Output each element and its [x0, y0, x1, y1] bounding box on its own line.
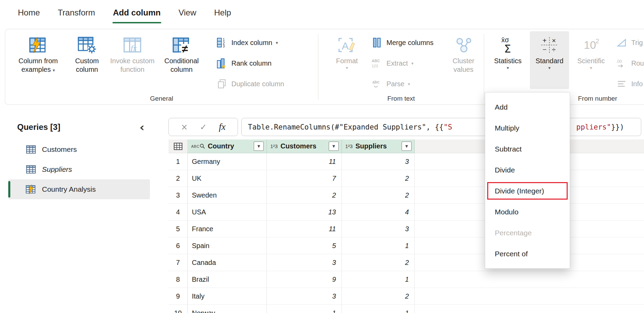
- cell-suppliers[interactable]: 2: [342, 254, 415, 271]
- column-name: Customers: [281, 142, 316, 150]
- conditional-column-button[interactable]: ≠ Conditional column: [160, 31, 203, 89]
- row-number[interactable]: 2: [168, 170, 188, 187]
- rounding-button: .00 Rou: [615, 55, 644, 71]
- collapse-pane-icon[interactable]: ‹: [140, 123, 144, 131]
- table-icon: [25, 145, 36, 154]
- cell-suppliers[interactable]: 2: [342, 170, 415, 187]
- cell-suppliers[interactable]: 4: [342, 204, 415, 220]
- custom-column-button[interactable]: Custom column: [69, 31, 105, 89]
- row-number[interactable]: 3: [168, 187, 188, 203]
- table-row: 8 Brazil 9 1: [168, 271, 644, 288]
- cell-country[interactable]: Sweden: [188, 187, 267, 203]
- cell-customers[interactable]: 3: [267, 288, 342, 304]
- cell-country[interactable]: Germany: [188, 153, 267, 170]
- filter-dropdown-icon[interactable]: ▼: [329, 142, 339, 151]
- statistics-button[interactable]: x̄σΣ Statistics ▾: [488, 31, 527, 89]
- formula-input[interactable]: Table.RenameColumns(#"Expanded Suppliers…: [241, 118, 641, 136]
- column-from-examples-button[interactable]: Column from examples ▾: [9, 31, 68, 89]
- cell-country[interactable]: France: [188, 221, 267, 237]
- tab-help[interactable]: Help: [205, 0, 240, 25]
- rank-column-icon: ★: [216, 58, 228, 69]
- standard-button[interactable]: +×−÷ Standard ▾: [530, 31, 569, 89]
- tab-transform[interactable]: Transform: [49, 0, 104, 25]
- cell-customers[interactable]: 2: [267, 187, 342, 203]
- rank-column-label: Rank column: [231, 59, 272, 67]
- query-item-suppliers[interactable]: Suppliers: [8, 159, 150, 179]
- column-header-suppliers[interactable]: 1²3 Suppliers ▼: [342, 139, 415, 153]
- row-number[interactable]: 8: [168, 271, 188, 288]
- query-item-country-analysis[interactable]: Country Analysis: [8, 179, 150, 199]
- cell-customers[interactable]: 5: [267, 237, 342, 254]
- row-number[interactable]: 9: [168, 288, 188, 304]
- menu-item-divide[interactable]: Divide: [485, 159, 570, 180]
- cell-country[interactable]: UK: [188, 170, 267, 187]
- row-number[interactable]: 7: [168, 254, 188, 271]
- filter-dropdown-icon[interactable]: ▼: [254, 142, 264, 151]
- cell-suppliers[interactable]: 2: [342, 187, 415, 203]
- chevron-down-icon: ▾: [590, 65, 592, 70]
- fx-icon: fx: [219, 122, 226, 132]
- column-header-customers[interactable]: 1²3 Customers ▼: [267, 139, 342, 153]
- menu-item-divide-integer[interactable]: Divide (Integer): [485, 180, 570, 201]
- cell-country[interactable]: Canada: [188, 254, 267, 271]
- grid-header-row: ABC Country ▼ 1²3 Customers ▼ 1²3 Suppli…: [168, 139, 644, 153]
- cell-country[interactable]: Italy: [188, 288, 267, 304]
- rank-column-button[interactable]: ★ Rank column: [216, 55, 272, 71]
- cell-customers[interactable]: 3: [267, 254, 342, 271]
- commit-formula-icon[interactable]: ✓: [200, 122, 207, 132]
- select-all-table-icon[interactable]: [168, 139, 188, 153]
- cell-country[interactable]: Brazil: [188, 271, 267, 288]
- menu-item-percent-of[interactable]: Percent of: [485, 243, 570, 264]
- cell-country[interactable]: Spain: [188, 237, 267, 254]
- cell-suppliers[interactable]: 3: [342, 153, 415, 170]
- merge-columns-button[interactable]: Merge columns: [371, 35, 434, 51]
- filter-dropdown-icon[interactable]: ▼: [402, 142, 412, 151]
- row-number[interactable]: 10: [168, 305, 188, 313]
- row-filler: [415, 288, 644, 304]
- cell-suppliers[interactable]: 1: [342, 305, 415, 313]
- cell-suppliers[interactable]: 3: [342, 221, 415, 237]
- cell-customers[interactable]: 13: [267, 204, 342, 220]
- standard-dropdown-menu: Add Multiply Subtract Divide Divide (Int…: [485, 92, 570, 269]
- column-header-country[interactable]: ABC Country ▼: [188, 139, 267, 153]
- tab-view[interactable]: View: [170, 0, 205, 25]
- menu-item-subtract[interactable]: Subtract: [485, 138, 570, 159]
- cell-country[interactable]: USA: [188, 204, 267, 220]
- table-row: 3 Sweden 2 2: [168, 187, 644, 204]
- trigonometry-label: Trig: [631, 39, 643, 47]
- query-item-customers[interactable]: Customers: [8, 139, 150, 159]
- row-number[interactable]: 4: [168, 204, 188, 220]
- cell-suppliers[interactable]: 2: [342, 288, 415, 304]
- menu-item-modulo[interactable]: Modulo: [485, 201, 570, 222]
- function-table-icon: fx: [123, 35, 142, 55]
- ribbon-group-from-text: A Format ▾ Merge columns ABC123 Extract …: [318, 29, 484, 104]
- cell-suppliers[interactable]: 1: [342, 271, 415, 288]
- tab-home[interactable]: Home: [9, 0, 49, 25]
- row-number[interactable]: 5: [168, 221, 188, 237]
- svg-text:fx: fx: [131, 44, 137, 53]
- svg-text:×: ×: [552, 37, 556, 44]
- menu-item-multiply[interactable]: Multiply: [485, 118, 570, 138]
- parse-button: abc Parse ▾: [371, 76, 410, 92]
- cell-customers[interactable]: 11: [267, 153, 342, 170]
- cancel-formula-icon[interactable]: ×: [181, 122, 188, 132]
- tab-add-column[interactable]: Add column: [104, 0, 170, 25]
- svg-text:≠: ≠: [182, 43, 188, 53]
- cell-country[interactable]: Norway: [188, 305, 267, 313]
- cell-customers[interactable]: 7: [267, 170, 342, 187]
- row-number[interactable]: 6: [168, 237, 188, 254]
- statistics-label: Statistics: [494, 57, 522, 65]
- svg-text:2: 2: [596, 37, 599, 45]
- row-number[interactable]: 1: [168, 153, 188, 170]
- cell-customers[interactable]: 1: [267, 305, 342, 313]
- cell-suppliers[interactable]: 1: [342, 237, 415, 254]
- menu-item-add[interactable]: Add: [485, 97, 570, 118]
- cluster-values-button: Cluster values: [444, 31, 483, 89]
- cell-customers[interactable]: 11: [267, 221, 342, 237]
- scientific-button: 102 Scientific ▾: [571, 31, 611, 89]
- chevron-down-icon: ▾: [408, 81, 410, 87]
- column-name: Country: [208, 142, 234, 150]
- index-column-button[interactable]: 123 Index column ▾: [216, 35, 278, 51]
- cell-customers[interactable]: 9: [267, 271, 342, 288]
- rounding-label: Rou: [631, 59, 644, 67]
